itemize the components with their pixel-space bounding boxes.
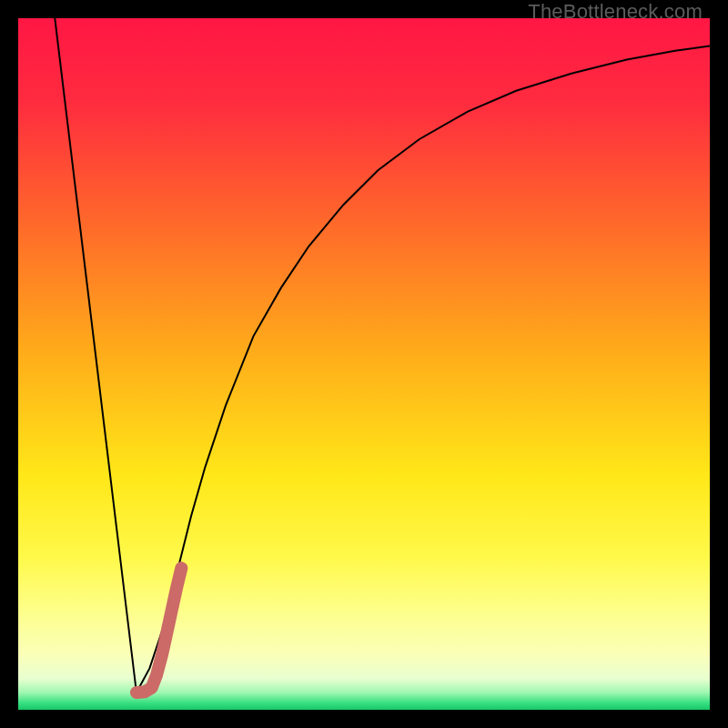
chart-frame: TheBottleneck.com xyxy=(0,0,728,728)
gradient-background xyxy=(18,18,710,710)
plot-area xyxy=(18,18,710,710)
watermark-text: TheBottleneck.com xyxy=(528,0,703,24)
bottleneck-chart xyxy=(18,18,710,710)
